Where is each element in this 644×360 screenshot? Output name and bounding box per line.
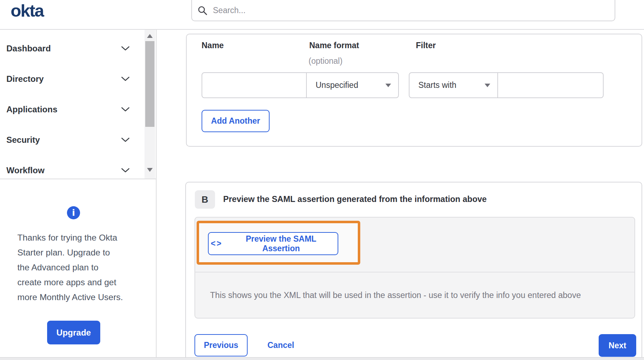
preview-section-heading: Preview the SAML assertion generated fro…: [223, 195, 487, 204]
next-button[interactable]: Next: [599, 334, 636, 357]
chevron-down-icon: [121, 168, 130, 173]
sidebar-item-dashboard[interactable]: Dashboard: [0, 33, 145, 64]
chevron-down-icon: [121, 77, 130, 81]
sidebar-item-label: Security: [6, 135, 40, 145]
name-column-label: Name: [202, 41, 224, 50]
preview-description: This shows you the XML that will be used…: [210, 291, 581, 300]
sidebar-item-label: Directory: [6, 74, 44, 84]
sidebar-item-security[interactable]: Security: [0, 125, 145, 155]
okta-logo: okta: [11, 1, 44, 21]
preview-saml-assertion-button[interactable]: <> Preview the SAML Assertion: [208, 232, 338, 255]
dropdown-caret-icon: [485, 84, 490, 87]
name-format-dropdown[interactable]: Unspecified: [307, 72, 399, 98]
search-icon: [198, 6, 207, 15]
upgrade-message-line: Thanks for trying the Okta: [17, 230, 140, 245]
step-b-badge: B: [195, 190, 215, 209]
sidebar-item-label: Dashboard: [6, 44, 51, 54]
chevron-down-icon: [121, 107, 130, 112]
scroll-up-icon[interactable]: [147, 34, 153, 38]
sidebar-item-workflow[interactable]: Workflow: [0, 155, 145, 186]
filter-column-label: Filter: [416, 41, 436, 50]
name-format-optional-label: (optional): [309, 56, 343, 66]
sidebar-item-directory[interactable]: Directory: [0, 64, 145, 94]
sidebar-item-label: Applications: [6, 105, 57, 114]
chevron-down-icon: [121, 137, 130, 142]
upgrade-message-line: create more apps and get: [17, 275, 140, 290]
sidebar-item-label: Workflow: [6, 165, 45, 175]
search-input[interactable]: [212, 5, 608, 16]
scroll-down-icon[interactable]: [147, 168, 153, 172]
sidebar-nav: Dashboard Directory Applications Securit…: [0, 30, 145, 186]
upgrade-message: Thanks for trying the Okta Starter plan.…: [17, 230, 140, 305]
upgrade-message-line: the Advanced plan to: [17, 260, 140, 275]
chevron-down-icon: [121, 46, 130, 51]
add-another-button[interactable]: Add Another: [202, 110, 270, 132]
horizontal-scrollbar[interactable]: [0, 357, 644, 360]
name-format-column-label: Name format: [309, 41, 359, 50]
upgrade-button[interactable]: Upgrade: [47, 321, 100, 344]
sidebar-scrollbar[interactable]: [145, 30, 155, 179]
info-icon-glyph: i: [72, 208, 75, 218]
code-icon: <>: [211, 239, 222, 248]
filter-type-dropdown[interactable]: Starts with: [409, 72, 498, 98]
upgrade-message-line: Starter plan. Upgrade to: [17, 245, 140, 260]
saml-preview-card: B Preview the SAML assertion generated f…: [185, 182, 642, 360]
preview-panel-top: <> Preview the SAML Assertion: [195, 218, 634, 272]
tutorial-highlight-box: <> Preview the SAML Assertion: [197, 221, 360, 265]
preview-saml-assertion-label: Preview the SAML Assertion: [227, 234, 335, 253]
name-format-value: Unspecified: [316, 80, 358, 90]
previous-button[interactable]: Previous: [194, 334, 248, 356]
attribute-statement-card: Name Name format (optional) Filter Unspe…: [186, 34, 642, 147]
preview-panel-bottom: This shows you the XML that will be used…: [195, 272, 634, 318]
upgrade-message-line: more Monthly Active Users.: [17, 290, 140, 305]
cancel-link[interactable]: Cancel: [265, 334, 296, 356]
global-search[interactable]: [191, 0, 615, 21]
sidebar-item-applications[interactable]: Applications: [0, 94, 145, 125]
preview-panel: <> Preview the SAML Assertion This shows…: [194, 217, 635, 319]
scrollbar-thumb[interactable]: [145, 41, 154, 127]
filter-type-value: Starts with: [418, 80, 456, 90]
info-icon: i: [67, 206, 80, 219]
sidebar-right-border: [156, 29, 157, 357]
dropdown-caret-icon: [385, 84, 391, 87]
attribute-name-input[interactable]: [202, 72, 307, 98]
filter-value-input[interactable]: [498, 72, 604, 98]
